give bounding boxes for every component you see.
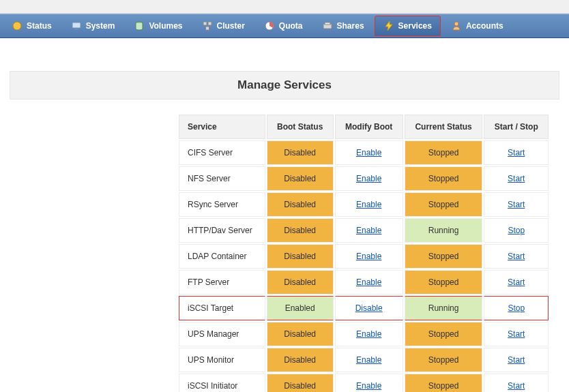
- tab-shares[interactable]: Shares: [313, 16, 373, 36]
- tab-accounts[interactable]: Accounts: [442, 16, 512, 36]
- start-stop-cell: Start: [484, 322, 549, 346]
- tab-label: Cluster: [217, 21, 245, 31]
- service-name: iSCSI Initiator: [179, 374, 265, 392]
- svg-rect-9: [325, 22, 330, 25]
- enable-link[interactable]: Enable: [356, 148, 381, 157]
- enable-link[interactable]: Enable: [356, 355, 381, 365]
- stop-link[interactable]: Stop: [508, 226, 525, 235]
- current-status: Stopped: [405, 322, 483, 346]
- table-row: LDAP ContainerDisabledEnableStoppedStart: [179, 244, 549, 269]
- modify-boot-cell: Enable: [335, 166, 403, 191]
- table-row: UPS ManagerDisabledEnableStoppedStart: [179, 322, 549, 346]
- start-link[interactable]: Start: [508, 381, 525, 391]
- enable-link[interactable]: Enable: [356, 252, 381, 261]
- table-row: iSCSI InitiatorDisabledEnableStoppedStar…: [179, 374, 549, 392]
- boot-status: Disabled: [267, 166, 334, 191]
- modify-boot-cell: Enable: [335, 322, 403, 346]
- modify-boot-cell: Enable: [335, 244, 403, 269]
- enable-link[interactable]: Enable: [356, 381, 381, 391]
- services-table-wrap: Service Boot Status Modify Boot Current …: [177, 113, 555, 392]
- page-body: Manage Services Service Boot Status Modi…: [0, 38, 569, 392]
- tab-status[interactable]: Status: [3, 16, 61, 36]
- service-name: UPS Manager: [179, 322, 265, 346]
- service-name: LDAP Container: [179, 244, 265, 269]
- boot-status: Disabled: [267, 374, 334, 392]
- table-header-row: Service Boot Status Modify Boot Current …: [179, 115, 549, 139]
- start-stop-cell: Start: [484, 244, 549, 269]
- service-name: FTP Server: [179, 270, 265, 295]
- tab-label: Volumes: [149, 21, 182, 31]
- start-stop-cell: Start: [484, 374, 549, 392]
- table-row: CIFS ServerDisabledEnableStoppedStart: [179, 140, 549, 165]
- current-status: Stopped: [405, 244, 483, 269]
- svg-rect-6: [205, 27, 209, 30]
- table-row: RSync ServerDisabledEnableStoppedStart: [179, 192, 549, 217]
- stop-link[interactable]: Stop: [508, 303, 525, 313]
- start-stop-cell: Start: [484, 140, 549, 165]
- service-name: iSCSI Target: [179, 296, 265, 320]
- modify-boot-cell: Enable: [335, 192, 403, 217]
- table-row: HTTP/Dav ServerDisabledEnableRunningStop: [179, 218, 549, 243]
- page-title: Manage Services: [10, 71, 559, 100]
- start-link[interactable]: Start: [508, 277, 525, 287]
- services-icon: [383, 20, 394, 31]
- boot-status: Enabled: [267, 296, 334, 320]
- boot-status: Disabled: [267, 348, 334, 372]
- start-stop-cell: Start: [484, 348, 549, 372]
- service-name: RSync Server: [179, 192, 265, 217]
- disable-link[interactable]: Disable: [355, 303, 383, 313]
- table-row: UPS MonitorDisabledEnableStoppedStart: [179, 348, 549, 372]
- modify-boot-cell: Enable: [335, 218, 403, 243]
- boot-status: Disabled: [267, 192, 334, 217]
- cluster-icon: [202, 20, 213, 31]
- tab-label: System: [86, 21, 115, 31]
- svg-rect-1: [72, 22, 81, 28]
- tab-label: Shares: [337, 21, 364, 31]
- col-service: Service: [179, 115, 265, 139]
- start-link[interactable]: Start: [508, 252, 525, 261]
- shares-icon: [322, 20, 333, 31]
- tab-volumes[interactable]: Volumes: [125, 16, 191, 36]
- boot-status: Disabled: [267, 140, 334, 165]
- tab-quota[interactable]: Quota: [255, 16, 312, 36]
- tab-label: Accounts: [466, 21, 504, 31]
- enable-link[interactable]: Enable: [356, 226, 381, 235]
- table-row: iSCSI TargetEnabledDisableRunningStop: [179, 296, 549, 320]
- start-link[interactable]: Start: [508, 355, 525, 365]
- enable-link[interactable]: Enable: [356, 329, 381, 339]
- tab-services[interactable]: Services: [375, 16, 441, 36]
- table-row: NFS ServerDisabledEnableStoppedStart: [179, 166, 549, 191]
- col-current-status: Current Status: [405, 115, 483, 139]
- boot-status: Disabled: [267, 244, 334, 269]
- current-status: Stopped: [405, 166, 483, 191]
- enable-link[interactable]: Enable: [356, 200, 381, 209]
- tab-cluster[interactable]: Cluster: [193, 16, 254, 36]
- svg-point-11: [454, 22, 458, 26]
- current-status: Stopped: [405, 140, 483, 165]
- accounts-icon: [451, 20, 462, 31]
- service-name: NFS Server: [179, 166, 265, 191]
- services-table: Service Boot Status Modify Boot Current …: [177, 113, 550, 392]
- system-icon: [71, 20, 82, 31]
- modify-boot-cell: Enable: [335, 270, 403, 295]
- boot-status: Disabled: [267, 322, 334, 346]
- status-icon: [12, 20, 23, 31]
- col-modify-boot: Modify Boot: [335, 115, 403, 139]
- window-top-strip: [0, 0, 569, 14]
- current-status: Stopped: [405, 348, 483, 372]
- quota-icon: [264, 20, 275, 31]
- current-status: Running: [405, 296, 483, 320]
- start-link[interactable]: Start: [508, 200, 525, 209]
- start-stop-cell: Stop: [484, 296, 549, 320]
- enable-link[interactable]: Enable: [356, 277, 381, 287]
- start-link[interactable]: Start: [508, 329, 525, 339]
- start-stop-cell: Stop: [484, 218, 549, 243]
- modify-boot-cell: Enable: [335, 348, 403, 372]
- start-link[interactable]: Start: [508, 148, 525, 157]
- start-link[interactable]: Start: [508, 174, 525, 183]
- tab-system[interactable]: System: [62, 16, 124, 36]
- volumes-icon: [134, 20, 145, 31]
- enable-link[interactable]: Enable: [356, 174, 381, 183]
- svg-rect-4: [203, 22, 207, 25]
- start-stop-cell: Start: [484, 192, 549, 217]
